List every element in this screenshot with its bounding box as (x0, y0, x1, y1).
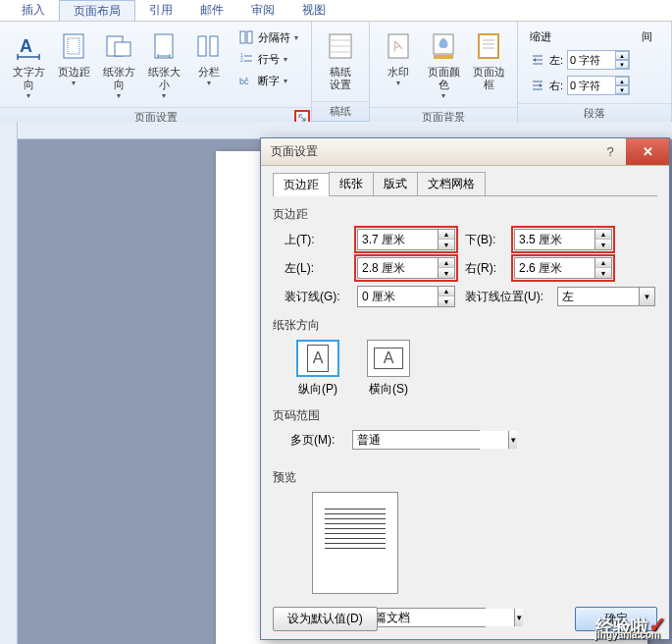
margin-left-input[interactable] (358, 258, 438, 278)
size-icon (148, 30, 180, 62)
orientation-button[interactable]: 纸张方向 ▾ (96, 26, 141, 103)
margin-bottom-input[interactable] (515, 230, 594, 249)
columns-label: 分栏 (198, 66, 220, 79)
svg-rect-9 (247, 31, 252, 43)
tab-view[interactable]: 视图 (288, 0, 339, 21)
indent-left-icon (530, 52, 545, 68)
spin-up[interactable]: ▲ (439, 258, 454, 268)
vertical-ruler (0, 122, 18, 644)
spin-up[interactable]: ▲ (595, 230, 611, 240)
dialog-tab-paper[interactable]: 纸张 (329, 172, 374, 195)
margin-left-label: 左(L): (284, 260, 357, 277)
page-border-button[interactable]: 页面边框 (466, 26, 511, 103)
svg-rect-7 (210, 36, 218, 56)
tab-reference[interactable]: 引用 (135, 0, 186, 21)
hyphenation-label: 断字 (258, 74, 280, 88)
indent-right-input[interactable] (568, 79, 615, 92)
dialog-tab-layout[interactable]: 版式 (373, 172, 418, 195)
chevron-down-icon[interactable]: ▼ (508, 431, 517, 449)
spin-down[interactable]: ▼ (595, 268, 611, 278)
gutter-spinner[interactable]: ▲▼ (357, 286, 455, 307)
indent-header-label: 缩进 (530, 29, 630, 44)
margin-top-input[interactable] (358, 230, 438, 249)
ribbon-group-paragraph: 缩进 左: ▲▼ 右: ▲▼ (518, 22, 672, 121)
spin-down[interactable]: ▼ (615, 85, 629, 94)
text-direction-button[interactable]: A 文字方向 ▾ (6, 26, 51, 103)
gutter-label: 装订线(G): (284, 289, 357, 305)
margin-left-spinner[interactable]: ▲▼ (357, 257, 455, 279)
orientation-icon (103, 30, 134, 62)
dialog-titlebar[interactable]: 页面设置 ? ✕ (261, 138, 669, 166)
spin-down[interactable]: ▼ (439, 268, 454, 278)
ribbon-group-manuscript: 稿纸 设置 稿纸 (312, 22, 370, 121)
section-orientation-label: 纸张方向 (273, 317, 657, 334)
spin-down[interactable]: ▼ (439, 296, 454, 306)
watermark-url: jingyanla.com (594, 629, 660, 640)
spin-down[interactable]: ▼ (439, 240, 454, 249)
columns-button[interactable]: 分栏 ▾ (186, 26, 232, 103)
manuscript-settings-button[interactable]: 稿纸 设置 (318, 26, 363, 97)
watermark-button[interactable]: A 水印 ▾ (376, 26, 421, 103)
chevron-down-icon[interactable]: ▼ (639, 288, 654, 305)
gutter-pos-value[interactable] (558, 288, 639, 305)
spin-up[interactable]: ▲ (439, 287, 454, 296)
spin-down[interactable]: ▼ (595, 240, 611, 249)
svg-text:2: 2 (240, 57, 243, 63)
dialog-tabs: 页边距 纸张 版式 文档网格 (273, 172, 657, 196)
tab-insert[interactable]: 插入 (8, 0, 59, 21)
group-paragraph-label: 段落 (584, 107, 605, 119)
tab-review[interactable]: 审阅 (237, 0, 288, 21)
spin-up[interactable]: ▲ (615, 51, 629, 60)
line-numbers-button[interactable]: 12 行号▾ (235, 49, 301, 69)
dialog-tab-grid[interactable]: 文档网格 (417, 172, 486, 195)
svg-rect-8 (240, 31, 245, 43)
margin-top-spinner[interactable]: ▲▼ (357, 229, 455, 250)
dialog-tab-margin[interactable]: 页边距 (273, 173, 330, 196)
hyphenation-icon: bč (238, 73, 254, 88)
hyphenation-button[interactable]: bč 断字▾ (235, 71, 301, 90)
page-color-button[interactable]: 页面颜色 ▾ (421, 26, 466, 103)
spin-up[interactable]: ▲ (615, 77, 629, 85)
watermark-logo: 经验啦✓ jingyanla.com (595, 613, 666, 638)
indent-right-label: 右: (549, 79, 563, 93)
svg-rect-22 (434, 55, 453, 59)
gutter-pos-label: 装订线位置(U): (465, 289, 557, 305)
orientation-label: 纸张方向 (98, 66, 139, 91)
margin-top-label: 上(T): (284, 232, 357, 248)
indent-right-spinner[interactable]: ▲▼ (567, 76, 630, 95)
spin-up[interactable]: ▲ (595, 258, 611, 268)
spin-up[interactable]: ▲ (439, 230, 454, 240)
spacing-label: 间 (642, 29, 652, 44)
section-range-label: 页码范围 (273, 407, 657, 424)
close-button[interactable]: ✕ (626, 138, 669, 165)
manuscript-label: 稿纸 设置 (330, 66, 351, 91)
page-border-label: 页面边框 (468, 66, 509, 91)
multi-page-select[interactable]: ▼ (352, 430, 480, 450)
margin-button[interactable]: 页边距 ▾ (51, 26, 96, 103)
indent-left-spinner[interactable]: ▲▼ (567, 50, 630, 70)
breaks-label: 分隔符 (258, 30, 290, 45)
help-button[interactable]: ? (594, 138, 626, 165)
indent-right-icon (530, 78, 545, 93)
orientation-portrait[interactable]: A 纵向(P) (290, 340, 345, 398)
spin-down[interactable]: ▼ (615, 60, 629, 69)
gutter-pos-select[interactable]: ▼ (557, 287, 655, 306)
chevron-down-icon: ▾ (117, 91, 121, 100)
margin-right-input[interactable] (515, 258, 594, 278)
gutter-input[interactable] (358, 287, 438, 306)
set-default-button[interactable]: 设为默认值(D) (273, 607, 378, 631)
svg-rect-4 (115, 42, 130, 56)
orientation-landscape[interactable]: A 横向(S) (361, 340, 416, 398)
multi-page-value[interactable] (353, 431, 508, 449)
page-setup-dialog: 页面设置 ? ✕ 页边距 纸张 版式 文档网格 页边距 上(T): ▲▼ 下(B… (260, 137, 670, 640)
indent-left-label: 左: (549, 53, 563, 68)
tab-mail[interactable]: 邮件 (186, 0, 237, 21)
size-button[interactable]: 纸张大小 ▾ (141, 26, 186, 103)
margin-bottom-spinner[interactable]: ▲▼ (514, 229, 612, 250)
margin-bottom-label: 下(B): (465, 232, 514, 248)
tab-page-layout[interactable]: 页面布局 (59, 0, 135, 21)
margin-right-spinner[interactable]: ▲▼ (514, 257, 612, 279)
indent-left-input[interactable] (568, 53, 615, 67)
breaks-button[interactable]: 分隔符▾ (235, 27, 301, 47)
preview-thumbnail (312, 492, 398, 594)
